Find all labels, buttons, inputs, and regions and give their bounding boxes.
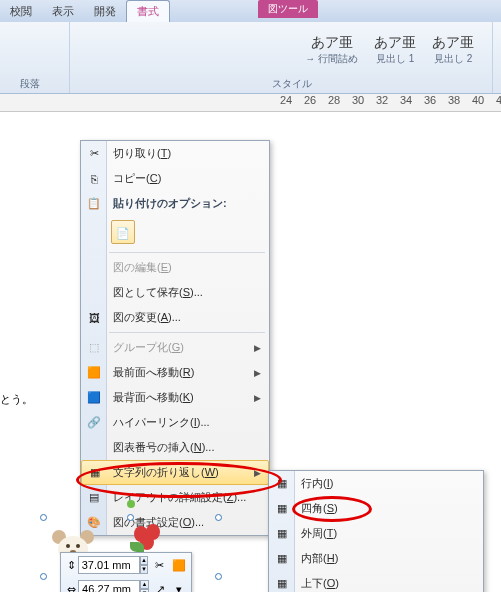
ribbon-tabs: 図ツール 校閲 表示 開発 書式 xyxy=(0,0,501,22)
ctx-cut[interactable]: ✂切り取り(T) xyxy=(81,141,269,166)
hyperlink-icon: 🔗 xyxy=(85,414,103,432)
extra-button-1[interactable]: 🟧 xyxy=(171,555,187,575)
ctx-layout-detail[interactable]: ▤レイアウトの詳細設定(Z)... xyxy=(81,485,269,510)
ctx-send-back[interactable]: 🟦最背面へ移動(K)▶ xyxy=(81,385,269,410)
style-heading1[interactable]: あア亜見出し 1 xyxy=(366,28,424,72)
context-menu: ✂切り取り(T) ⎘コピー(C) 📋貼り付けのオプション: 📄 図の編集(E) … xyxy=(80,140,270,536)
extra-button-2[interactable]: ↗ xyxy=(153,579,168,592)
ctx-paste-header: 📋貼り付けのオプション: xyxy=(81,191,269,216)
copy-icon: ⎘ xyxy=(85,170,103,188)
document-canvas: とう。 ✂切り取り(T) ⎘コピー(C) 📋貼り付けのオプション: 📄 図の編集… xyxy=(0,112,501,592)
picture-swap-icon: 🖼 xyxy=(85,309,103,327)
group-icon: ⬚ xyxy=(85,339,103,357)
height-icon: ⇕ xyxy=(65,559,78,572)
wrap-through-icon: ▦ xyxy=(273,550,291,568)
wrap-icon: ▦ xyxy=(86,464,104,482)
text-cursor: とう。 xyxy=(0,392,33,407)
ctx-insert-caption[interactable]: 図表番号の挿入(N)... xyxy=(81,435,269,460)
wrap-tight-icon: ▦ xyxy=(273,525,291,543)
clipboard-icon: 📋 xyxy=(85,195,103,213)
wrap-inline[interactable]: ▦行内(I) xyxy=(269,471,483,496)
extra-button-3[interactable]: ▾ xyxy=(172,579,187,592)
height-input[interactable] xyxy=(78,556,140,574)
resize-handle[interactable] xyxy=(40,514,47,521)
layout-icon: ▤ xyxy=(85,489,103,507)
tab-review[interactable]: 校閲 xyxy=(0,1,42,22)
send-back-icon: 🟦 xyxy=(85,389,103,407)
flower-illustration xyxy=(130,524,166,554)
scissors-icon: ✂ xyxy=(85,145,103,163)
ctx-bring-front[interactable]: 🟧最前面へ移動(R)▶ xyxy=(81,360,269,385)
resize-handle[interactable] xyxy=(40,573,47,580)
ctx-edit-picture: 図の編集(E) xyxy=(81,255,269,280)
group-paragraph-label: 段落 xyxy=(20,77,40,91)
ctx-save-as-picture[interactable]: 図として保存(S)... xyxy=(81,280,269,305)
wrap-topbottom-icon: ▦ xyxy=(273,575,291,593)
wrap-square-icon: ▦ xyxy=(273,500,291,518)
crop-button[interactable]: ✂ xyxy=(152,555,167,575)
ribbon-body: 段落 あア亜→ 行間詰め あア亜見出し 1 あア亜見出し 2 スタイル xyxy=(0,22,501,94)
paste-option-1[interactable]: 📄 xyxy=(111,220,135,244)
rotate-handle[interactable] xyxy=(127,500,135,508)
ruler: 24 26 28 30 32 34 36 38 40 42 xyxy=(0,94,501,112)
wrap-inline-icon: ▦ xyxy=(273,475,291,493)
width-spinner[interactable]: ▲▼ xyxy=(140,580,149,592)
resize-handle[interactable] xyxy=(215,514,222,521)
resize-handle[interactable] xyxy=(127,514,134,521)
ctx-copy[interactable]: ⎘コピー(C) xyxy=(81,166,269,191)
width-input[interactable] xyxy=(78,580,140,592)
width-icon: ⇔ xyxy=(65,583,78,593)
wrap-through[interactable]: ▦内部(H) xyxy=(269,546,483,571)
ctx-text-wrap[interactable]: ▦文字列の折り返し(W)▶ xyxy=(81,460,269,485)
resize-handle[interactable] xyxy=(215,573,222,580)
tool-context-label: 図ツール xyxy=(258,0,318,18)
ctx-hyperlink[interactable]: 🔗ハイパーリンク(I)... xyxy=(81,410,269,435)
style-normal[interactable]: あア亜→ 行間詰め xyxy=(297,28,366,72)
ctx-group: ⬚グループ化(G)▶ xyxy=(81,335,269,360)
wrap-topbottom[interactable]: ▦上下(O) xyxy=(269,571,483,592)
bring-front-icon: 🟧 xyxy=(85,364,103,382)
tab-format[interactable]: 書式 xyxy=(126,0,170,22)
group-style-label: スタイル xyxy=(272,77,312,91)
tab-view[interactable]: 表示 xyxy=(42,1,84,22)
size-mini-toolbar: ⇕ ▲▼ ✂ 🟧 ⇔ ▲▼ ↗ ▾ xyxy=(60,552,192,592)
wrap-submenu: ▦行内(I) ▦四角(S) ▦外周(T) ▦内部(H) ▦上下(O) ▦背面(D… xyxy=(268,470,484,592)
wrap-square[interactable]: ▦四角(S) xyxy=(269,496,483,521)
height-spinner[interactable]: ▲▼ xyxy=(140,556,149,574)
ctx-change-picture[interactable]: 🖼図の変更(A)... xyxy=(81,305,269,330)
style-heading2[interactable]: あア亜見出し 2 xyxy=(424,28,482,72)
tab-developer[interactable]: 開発 xyxy=(84,1,126,22)
wrap-tight[interactable]: ▦外周(T) xyxy=(269,521,483,546)
